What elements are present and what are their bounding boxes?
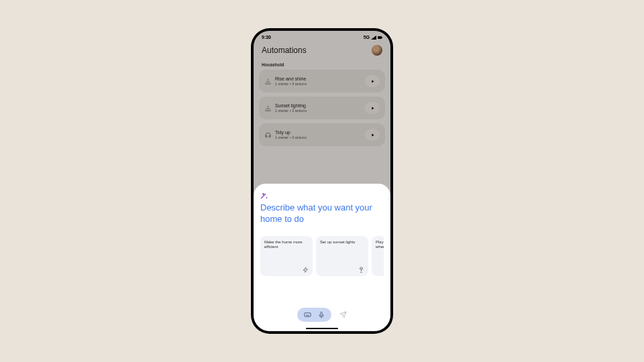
screen: 9:30 5G Automations Household Rise and s… xyxy=(254,31,390,331)
bottom-sheet: Describe what you want your home to do M… xyxy=(254,184,390,331)
mic-icon xyxy=(318,312,325,318)
wand-icon xyxy=(260,190,268,198)
bolt-icon xyxy=(303,267,309,273)
suggestion-chips: Make the home more efficient Set up suns… xyxy=(260,236,384,276)
svg-rect-2 xyxy=(305,313,311,317)
keyboard-button[interactable] xyxy=(304,311,311,318)
chip-efficient[interactable]: Make the home more efficient xyxy=(260,236,313,276)
chip-label: Play s when xyxy=(376,240,384,249)
chip-sunset-lights[interactable]: Set up sunset lights xyxy=(316,236,368,276)
chip-play-partial[interactable]: Play s when xyxy=(372,236,384,276)
lamp-icon xyxy=(358,267,364,273)
sheet-title: Describe what you want your home to do xyxy=(260,202,384,225)
chip-label: Set up sunset lights xyxy=(320,240,355,244)
send-button xyxy=(339,311,347,318)
keyboard-icon xyxy=(304,311,311,318)
input-pill xyxy=(297,308,331,322)
input-row xyxy=(260,308,384,322)
home-indicator[interactable] xyxy=(306,328,338,330)
mic-button[interactable] xyxy=(318,312,325,318)
phone-frame: 9:30 5G Automations Household Rise and s… xyxy=(251,28,393,334)
send-icon xyxy=(339,311,347,318)
chip-label: Make the home more efficient xyxy=(264,240,303,249)
